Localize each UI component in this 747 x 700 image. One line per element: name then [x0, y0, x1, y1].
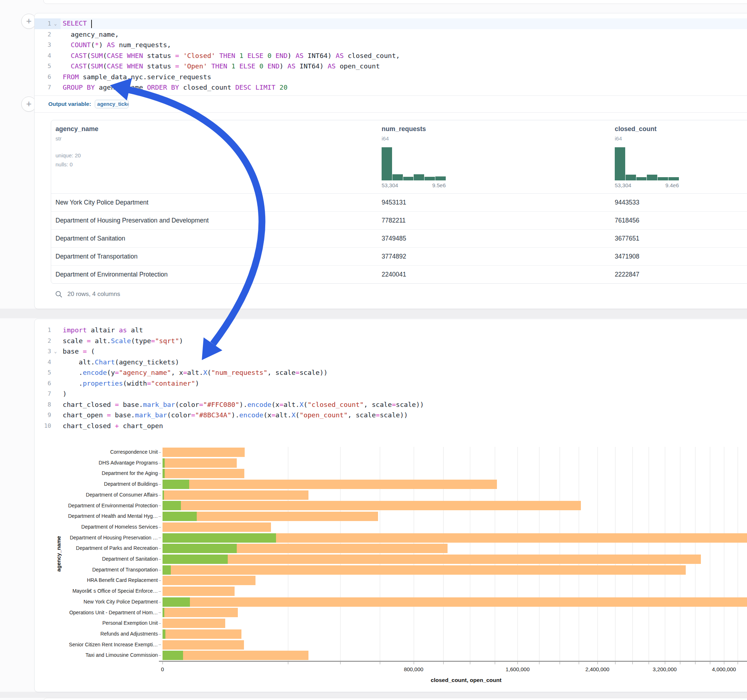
bar-closed	[163, 501, 581, 510]
gridline	[724, 447, 724, 661]
y-axis-label: Department of Housing Preservation …	[36, 533, 158, 543]
altair-chart: agency_name Correspondence UnitDHS Advan…	[35, 442, 747, 690]
code-text: .properties(width="container")	[60, 380, 199, 387]
notebook-page: { "plus_buttons": {"label": "+"}, "fold_…	[0, 0, 747, 700]
code-line[interactable]: 4 alt.Chart(agency_tickets)	[35, 357, 747, 368]
code-line[interactable]: 5 .encode(y="agency_name", x=alt.X("num_…	[35, 367, 747, 378]
code-line[interactable]: 1import altair as alt	[35, 325, 747, 336]
table-row[interactable]: Department of Transportation377489234719…	[51, 248, 747, 266]
code-text: chart_closed = base.mark_bar(color="#FFC…	[60, 401, 424, 408]
x-axis-tick-label: 2,400,000	[585, 666, 609, 672]
x-axis-tick	[559, 662, 560, 664]
y-axis-label: Correspondence Unit	[36, 447, 158, 458]
code-line[interactable]: 2scale = alt.Scale(type="sqrt")	[35, 336, 747, 346]
y-axis-label: Department of Consumer Affairs	[36, 490, 158, 501]
x-axis-tick	[579, 662, 579, 664]
x-axis-tick	[443, 662, 444, 664]
y-axis-label: Department of Parks and Recreation	[36, 543, 158, 554]
sql-editor[interactable]: 1⌄SELECT 2 agency_name,3 COUNT(*) AS num…	[35, 18, 747, 93]
bar-closed	[163, 576, 256, 585]
bar-open	[163, 459, 165, 468]
line-gutter: 8	[35, 399, 60, 410]
code-line[interactable]: 3⌄base = (	[35, 346, 747, 357]
code-line[interactable]: 6 .properties(width="container")	[35, 378, 747, 389]
bar-closed	[163, 629, 242, 639]
column-type: i64	[615, 136, 747, 142]
histogram-bar	[637, 177, 647, 180]
fold-caret-icon[interactable]: ⌄	[51, 21, 60, 26]
gridline	[649, 447, 649, 661]
code-line[interactable]: 4 CAST(SUM(CASE WHEN status = 'Closed' T…	[35, 50, 747, 61]
search-icon[interactable]	[55, 291, 62, 298]
chart-plot-area	[163, 447, 747, 661]
table-cell: 9443533	[611, 199, 747, 206]
column-stats: unique: 20nulls: 0	[56, 151, 377, 169]
gridline	[539, 447, 540, 661]
code-line[interactable]: 7GROUP BY agency_name ORDER BY closed_co…	[35, 82, 747, 93]
column-header[interactable]: closed_counti6453,3049.4e6	[611, 120, 747, 193]
histogram-range-labels: 53,3049.5e6	[382, 182, 446, 188]
table-cell: 3774892	[377, 253, 611, 260]
histogram-bar	[392, 174, 403, 180]
y-axis-label: HRA Benefit Card Replacement	[36, 575, 158, 586]
table-row[interactable]: Department of Sanitation37494853677651	[51, 230, 747, 248]
previous-cell-edge	[43, 0, 747, 4]
code-text: scale = alt.Scale(type="sqrt")	[60, 337, 183, 345]
code-line[interactable]: 10chart_closed + chart_open	[35, 421, 747, 431]
python-editor[interactable]: 1import altair as alt2scale = alt.Scale(…	[35, 325, 747, 431]
code-line[interactable]: 6FROM sample_data.nyc.service_requests	[35, 72, 747, 83]
table-cell: 9453131	[377, 199, 611, 206]
code-line[interactable]: 7)	[35, 389, 747, 399]
column-header[interactable]: agency_namestrunique: 20nulls: 0	[51, 120, 377, 193]
code-text: alt.Chart(agency_tickets)	[60, 358, 179, 366]
y-axis-label: Refunds and Adjustments	[36, 629, 158, 640]
line-gutter: 5	[35, 367, 60, 378]
table-row[interactable]: Department of Environmental Protection22…	[51, 266, 747, 284]
fold-caret-icon[interactable]: ⌄	[51, 348, 60, 354]
table-row[interactable]: New York City Police Department945313194…	[51, 194, 747, 212]
line-gutter: 7	[35, 389, 60, 399]
code-text: )	[60, 390, 67, 398]
column-header[interactable]: num_requestsi6453,3049.5e6	[377, 120, 611, 193]
next-cell-edge	[43, 698, 747, 700]
code-line[interactable]: 5 CAST(SUM(CASE WHEN status = 'Open' THE…	[35, 61, 747, 72]
bar-closed	[163, 640, 244, 650]
x-axis-tick	[340, 662, 340, 664]
histogram-bar	[626, 175, 636, 180]
cell-gap	[0, 692, 747, 698]
code-line[interactable]: 8chart_closed = base.mark_bar(color="#FF…	[35, 399, 747, 410]
code-line[interactable]: 2 agency_name,	[35, 29, 747, 40]
code-text: base = (	[60, 347, 95, 355]
x-axis-tick	[539, 662, 540, 664]
python-cell: 1import altair as alt2scale = alt.Scale(…	[34, 319, 747, 692]
line-number: 10	[35, 422, 51, 429]
x-axis-title: closed_count, open_count	[163, 677, 747, 683]
bar-open	[163, 469, 165, 478]
code-text: import altair as alt	[60, 326, 143, 334]
text-cursor	[91, 20, 92, 28]
code-text: agency_name,	[60, 31, 119, 38]
bar-closed	[163, 597, 747, 607]
x-axis-tick	[724, 662, 724, 664]
y-axis-label: Department of Transportation	[36, 564, 158, 575]
histogram-bar	[647, 175, 657, 180]
code-text: chart_closed + chart_open	[60, 422, 163, 430]
x-axis-tick	[414, 662, 414, 664]
line-gutter: 10	[35, 421, 60, 431]
gridline	[710, 447, 710, 661]
bar-open	[163, 565, 171, 575]
histogram-bar	[403, 177, 414, 180]
column-type: str	[56, 136, 377, 142]
bar-closed	[163, 565, 686, 575]
y-axis-label: New York City Police Department	[36, 597, 158, 608]
code-line[interactable]: 9chart_open = base.mark_bar(color="#8BC3…	[35, 410, 747, 421]
code-line[interactable]: 3 COUNT(*) AS num_requests,	[35, 39, 747, 50]
line-number: 3	[35, 41, 51, 48]
line-number: 1	[35, 327, 51, 333]
y-axis-tick	[159, 623, 161, 624]
output-variable-pill[interactable]: agency_tickets	[95, 100, 129, 109]
table-row[interactable]: Department of Housing Preservation and D…	[51, 212, 747, 230]
bar-open	[163, 544, 237, 553]
y-axis-label: Department of Buildings	[36, 479, 158, 490]
code-line[interactable]: 1⌄SELECT	[35, 18, 747, 29]
